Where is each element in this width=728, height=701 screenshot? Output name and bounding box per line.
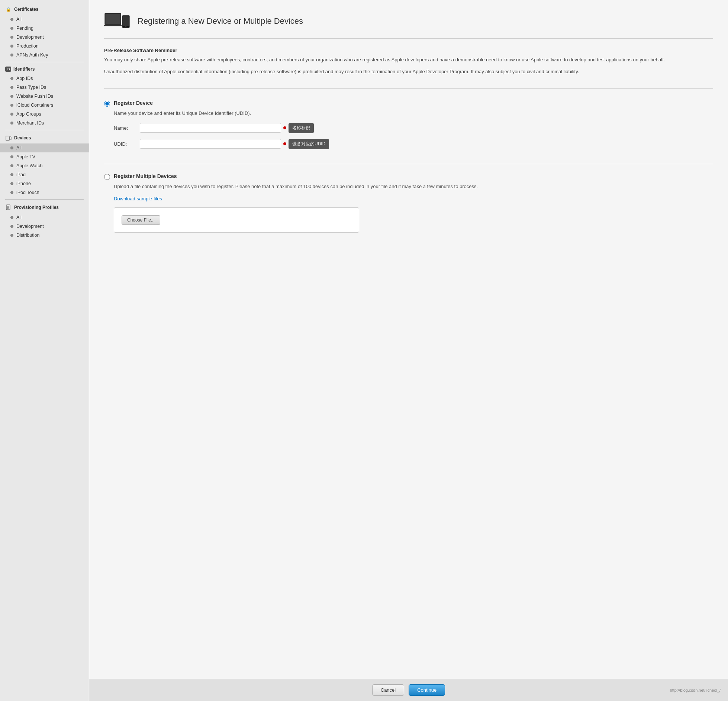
- svg-point-11: [125, 26, 126, 28]
- provisioning-label: Provisioning Profiles: [14, 205, 59, 210]
- bottom-bar: Cancel Continue http://blog.csdn.net/lic…: [89, 679, 728, 701]
- register-multiple-header: Register Multiple Devices: [104, 173, 713, 180]
- sidebar-item-app-ids[interactable]: App IDs: [0, 74, 89, 83]
- sidebar-item-devices-all[interactable]: All: [0, 143, 89, 152]
- bullet-icon: [10, 113, 13, 116]
- register-multiple-desc: Upload a file containing the devices you…: [114, 183, 713, 190]
- provisioning-icon: [5, 204, 12, 211]
- identifiers-label: Identifiers: [13, 67, 35, 72]
- sidebar-item-label: iPod Touch: [16, 190, 39, 195]
- sidebar-item-ipod-touch[interactable]: iPod Touch: [0, 188, 89, 197]
- bullet-icon: [10, 146, 13, 149]
- sidebar-item-apple-tv[interactable]: Apple TV: [0, 152, 89, 161]
- register-device-header: Register Device: [104, 100, 713, 107]
- bullet-icon: [10, 18, 13, 21]
- devices-label: Devices: [14, 135, 31, 140]
- register-multiple-section: Register Multiple Devices Upload a file …: [104, 173, 713, 242]
- sidebar-item-certs-development[interactable]: Development: [0, 33, 89, 42]
- certificates-label: Certificates: [14, 7, 38, 12]
- sidebar-item-iphone[interactable]: iPhone: [0, 179, 89, 188]
- download-sample-link[interactable]: Download sample files: [114, 196, 713, 201]
- name-input[interactable]: [140, 123, 281, 133]
- pre-release-paragraph2: Unauthorized distribution of Apple confi…: [104, 68, 713, 75]
- sidebar-item-label: All: [16, 215, 22, 220]
- devices-icon: [104, 11, 130, 31]
- page-header: Registering a New Device or Multiple Dev…: [104, 11, 713, 39]
- bullet-icon: [10, 173, 13, 176]
- bullet-icon: [10, 36, 13, 39]
- register-multiple-title: Register Multiple Devices: [114, 173, 177, 179]
- sidebar-section-certificates: 🔒 Certificates All Pending Development P…: [0, 4, 89, 59]
- sidebar-item-website-push-ids[interactable]: Website Push IDs: [0, 92, 89, 101]
- bullet-icon: [10, 225, 13, 228]
- sidebar-item-prov-all[interactable]: All: [0, 213, 89, 222]
- register-multiple-radio[interactable]: [104, 174, 110, 180]
- sidebar-item-certs-pending[interactable]: Pending: [0, 24, 89, 33]
- bullet-icon: [10, 182, 13, 185]
- sidebar-item-certs-apns[interactable]: APNs Auth Key: [0, 51, 89, 59]
- choose-file-button[interactable]: Choose File...: [122, 215, 160, 225]
- url-text: http://blog.csdn.net/licheol_/: [670, 688, 721, 692]
- bullet-icon: [10, 27, 13, 30]
- cancel-button[interactable]: Cancel: [372, 684, 404, 696]
- divider: [5, 199, 84, 200]
- bullet-icon: [10, 95, 13, 98]
- sidebar-item-label: Distribution: [16, 233, 40, 238]
- sidebar-section-provisioning: Provisioning Profiles All Development Di…: [0, 202, 89, 240]
- sidebar-item-icloud-containers[interactable]: iCloud Containers: [0, 101, 89, 110]
- svg-rect-7: [106, 14, 120, 24]
- bottom-center: Cancel Continue: [372, 684, 445, 696]
- sidebar-item-merchant-ids[interactable]: Merchant IDs: [0, 119, 89, 127]
- main-content: Registering a New Device or Multiple Dev…: [89, 0, 728, 701]
- continue-button[interactable]: Continue: [409, 684, 445, 696]
- udid-tooltip: 设备对应的UDID: [289, 139, 329, 149]
- name-tooltip: 名称标识: [289, 123, 314, 133]
- sidebar-item-certs-production[interactable]: Production: [0, 42, 89, 51]
- sidebar-item-prov-development[interactable]: Development: [0, 222, 89, 231]
- bullet-icon: [10, 122, 13, 125]
- sidebar-section-devices: Devices All Apple TV Apple Watch iPad iP…: [0, 132, 89, 197]
- sidebar-item-prov-distribution[interactable]: Distribution: [0, 231, 89, 240]
- bullet-icon: [10, 164, 13, 167]
- name-field-row: Name: 名称标识: [114, 123, 713, 133]
- bullet-icon: [10, 155, 13, 158]
- sidebar-item-label: Merchant IDs: [16, 120, 44, 126]
- sidebar-item-label: Development: [16, 35, 44, 40]
- sidebar-item-label: APNs Auth Key: [16, 52, 48, 58]
- sidebar-item-ipad[interactable]: iPad: [0, 170, 89, 179]
- pre-release-title: Pre-Release Software Reminder: [104, 48, 713, 53]
- sidebar-item-label: iPad: [16, 172, 26, 177]
- register-device-section: Register Device Name your device and ent…: [104, 100, 713, 164]
- bullet-icon: [10, 234, 13, 237]
- bullet-icon: [10, 45, 13, 48]
- sidebar: 🔒 Certificates All Pending Development P…: [0, 0, 89, 701]
- udid-label: UDID:: [114, 141, 140, 147]
- bullet-icon: [10, 77, 13, 80]
- svg-rect-0: [6, 136, 9, 140]
- device-icon: [5, 135, 12, 141]
- register-device-desc: Name your device and enter its Unique De…: [114, 110, 713, 117]
- bullet-icon: [10, 104, 13, 107]
- certificates-section-header: 🔒 Certificates: [0, 4, 89, 15]
- sidebar-item-label: App Groups: [16, 112, 41, 117]
- sidebar-item-label: iPhone: [16, 181, 31, 186]
- sidebar-item-label: Apple TV: [16, 154, 35, 159]
- svg-rect-10: [123, 16, 129, 26]
- devices-section-header: Devices: [0, 132, 89, 143]
- sidebar-item-label: Apple Watch: [16, 163, 42, 168]
- pre-release-section: Pre-Release Software Reminder You may on…: [104, 48, 713, 89]
- register-device-radio[interactable]: [104, 101, 110, 107]
- sidebar-item-label: All: [16, 145, 22, 151]
- sidebar-item-apple-watch[interactable]: Apple Watch: [0, 161, 89, 170]
- udid-input[interactable]: [140, 139, 281, 149]
- file-upload-area: Choose File...: [114, 207, 359, 233]
- provisioning-section-header: Provisioning Profiles: [0, 202, 89, 213]
- sidebar-item-certs-all[interactable]: All: [0, 15, 89, 24]
- sidebar-item-label: Website Push IDs: [16, 94, 53, 99]
- sidebar-item-pass-type-ids[interactable]: Pass Type IDs: [0, 83, 89, 92]
- sidebar-item-app-groups[interactable]: App Groups: [0, 110, 89, 119]
- bullet-icon: [10, 191, 13, 194]
- divider: [5, 130, 84, 130]
- udid-field-row: UDID: 设备对应的UDID: [114, 139, 713, 149]
- udid-required-dot: [283, 142, 286, 145]
